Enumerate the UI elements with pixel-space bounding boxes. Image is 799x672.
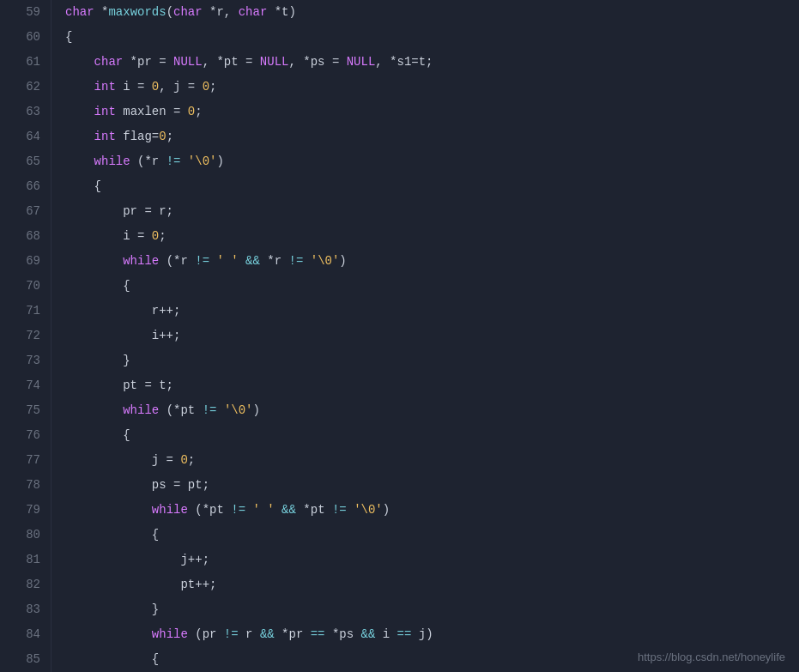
code-token: ) [339, 254, 346, 268]
code-token: { [123, 428, 130, 442]
code-token: pt++; [65, 578, 216, 591]
code-token: char [65, 5, 94, 19]
code-token: *ps [325, 627, 361, 641]
code-token [65, 602, 152, 616]
code-token: && [245, 254, 260, 268]
code-token: '\0' [224, 403, 253, 417]
code-token: j = [65, 453, 180, 467]
line-number: 75 [7, 398, 40, 423]
code-line: int maxlen = 0; [65, 100, 799, 124]
code-token [65, 279, 123, 293]
code-token: while [123, 254, 159, 268]
code-token: ' ' [252, 503, 274, 517]
code-token [216, 403, 223, 417]
line-number: 84 [7, 622, 40, 647]
code-line: while (*r != '\0') [65, 149, 799, 174]
code-token: ; [159, 229, 166, 243]
code-token: while [152, 503, 188, 517]
code-token: 0 [180, 453, 187, 467]
line-number: 76 [7, 423, 40, 448]
line-number: 74 [7, 373, 40, 398]
code-line: i = 0; [65, 224, 799, 249]
code-token: } [123, 354, 130, 367]
code-token: int [94, 130, 116, 143]
code-line: while (*pt != ' ' && *pt != '\0') [65, 498, 799, 523]
code-token [275, 503, 281, 517]
code-line: } [65, 597, 799, 622]
code-token: char [173, 5, 203, 19]
code-token: ) [252, 403, 259, 417]
line-number: 69 [7, 249, 40, 274]
code-token: ; [209, 80, 216, 94]
line-number: 68 [7, 224, 40, 249]
code-token: , *pt = [203, 55, 260, 69]
code-token: '\0' [311, 254, 340, 268]
code-token: != [332, 503, 347, 517]
code-token: while [94, 154, 130, 168]
code-token: { [65, 30, 72, 44]
line-number: 66 [7, 174, 40, 199]
code-token: != [289, 254, 304, 268]
code-token: *pt [296, 503, 332, 517]
code-token [65, 254, 123, 268]
line-number: 67 [7, 199, 40, 224]
code-token: *pr [275, 627, 311, 641]
code-token: 0 [152, 229, 159, 243]
code-token: { [152, 528, 159, 542]
line-number: 59 [7, 0, 40, 25]
code-token: != [166, 154, 181, 168]
code-token [65, 503, 152, 517]
code-token: { [94, 179, 101, 193]
code-token: ( [166, 5, 173, 19]
code-token: ; [188, 453, 195, 467]
code-token: , j = [159, 80, 202, 94]
line-number: 70 [7, 274, 40, 299]
code-line: j = 0; [65, 448, 799, 473]
code-token: { [123, 279, 130, 293]
code-token: r [239, 627, 260, 641]
code-token: ' ' [216, 254, 238, 268]
code-token: *r [260, 254, 289, 268]
code-token: (*r [159, 254, 195, 268]
code-editor: 5960616263646566676869707172737475767778… [0, 0, 799, 672]
code-token: char [94, 55, 124, 69]
code-token: != [231, 503, 245, 517]
line-number: 64 [7, 124, 40, 149]
code-content: char *maxwords(char *r, char *t){ char *… [51, 0, 799, 672]
line-number: 71 [7, 299, 40, 324]
code-line: { [65, 174, 799, 199]
watermark: https://blog.csdn.net/honeylife [638, 651, 785, 663]
code-token: != [195, 254, 209, 268]
code-token [65, 652, 152, 666]
code-token: maxlen = [116, 105, 188, 118]
code-token: ps = pt; [65, 478, 209, 492]
code-token: ) [383, 503, 390, 517]
code-token: ) [216, 154, 223, 168]
code-token: NULL [173, 55, 203, 69]
code-token: ; [195, 105, 202, 118]
code-token: (*r [130, 154, 166, 168]
code-token: *r, [203, 5, 239, 19]
code-token: && [281, 503, 296, 517]
line-number: 85 [7, 647, 40, 672]
code-token [65, 105, 94, 118]
code-token: int [94, 105, 116, 118]
code-token: NULL [347, 55, 376, 69]
code-token: && [260, 627, 275, 641]
code-token [65, 154, 94, 168]
code-token: != [224, 627, 239, 641]
line-number: 60 [7, 25, 40, 50]
line-numbers: 5960616263646566676869707172737475767778… [0, 0, 51, 672]
code-token: 0 [159, 130, 166, 143]
code-token [65, 354, 123, 367]
code-token: *pr = [123, 55, 173, 69]
code-line: while (*pt != '\0') [65, 398, 799, 423]
code-token: '\0' [354, 503, 383, 517]
code-token: ; [166, 130, 173, 143]
line-number: 80 [7, 523, 40, 548]
code-line: j++; [65, 548, 799, 572]
code-token: , *ps = [288, 55, 346, 69]
code-token: != [203, 403, 217, 417]
code-token: (*pt [159, 403, 202, 417]
code-token: maxwords [108, 5, 166, 19]
